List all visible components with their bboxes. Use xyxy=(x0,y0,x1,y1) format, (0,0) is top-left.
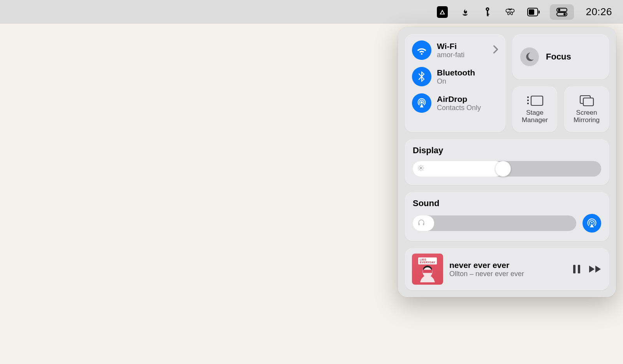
moon-icon xyxy=(520,47,539,66)
wifi-status: amor-fati xyxy=(437,51,465,59)
stage-manager-icon xyxy=(526,94,544,107)
svg-rect-12 xyxy=(527,103,529,104)
airdrop-title: AirDrop xyxy=(437,94,481,104)
connectivity-tile: Wi-Fi amor-fati Bluetooth On xyxy=(405,34,505,132)
chevron-right-icon xyxy=(493,45,498,55)
bluetooth-icon xyxy=(412,67,431,86)
flame-icon[interactable] xyxy=(459,7,470,18)
svg-rect-10 xyxy=(527,96,529,98)
now-playing-tile[interactable]: LIES EVERYDAY never ever ever Ollton – n… xyxy=(405,248,609,290)
focus-label: Focus xyxy=(546,52,571,62)
screen-mirroring-label-1: Screen xyxy=(576,109,597,116)
svg-rect-17 xyxy=(419,223,420,226)
screen-mirroring-label-2: Mirroring xyxy=(574,116,600,124)
control-center-toggle[interactable] xyxy=(550,4,574,20)
svg-point-8 xyxy=(563,13,566,15)
stage-manager-label-1: Stage xyxy=(526,109,543,116)
svg-rect-13 xyxy=(531,96,543,105)
svg-rect-21 xyxy=(573,265,575,273)
sound-slider[interactable] xyxy=(413,215,576,231)
screen-mirroring-icon xyxy=(579,94,594,107)
butterfly-icon[interactable] xyxy=(505,7,516,18)
svg-point-19 xyxy=(591,222,593,224)
svg-rect-15 xyxy=(583,98,593,106)
stage-manager-label-2: Manager xyxy=(522,116,548,124)
next-track-button[interactable] xyxy=(589,265,602,273)
menu-bar-clock[interactable]: 20:26 xyxy=(586,6,612,18)
svg-point-6 xyxy=(558,9,560,11)
brightness-icon xyxy=(417,164,424,173)
svg-rect-4 xyxy=(487,15,489,16)
wifi-title: Wi-Fi xyxy=(437,42,465,51)
headphones-icon xyxy=(417,219,425,228)
sound-label: Sound xyxy=(413,198,601,208)
wifi-row[interactable]: Wi-Fi amor-fati xyxy=(410,39,502,61)
svg-point-16 xyxy=(420,167,422,169)
svg-rect-22 xyxy=(578,265,580,273)
svg-rect-20 xyxy=(423,270,432,273)
focus-tile[interactable]: Focus xyxy=(512,34,609,79)
battery-icon[interactable] xyxy=(527,7,538,18)
stage-manager-tile[interactable]: Stage Manager xyxy=(512,86,557,132)
album-art: LIES EVERYDAY xyxy=(412,254,443,285)
svg-rect-18 xyxy=(423,223,424,226)
control-center-panel: Wi-Fi amor-fati Bluetooth On xyxy=(398,27,616,297)
wifi-icon xyxy=(412,40,431,60)
pause-button[interactable] xyxy=(572,264,581,274)
svg-point-1 xyxy=(487,8,489,10)
media-subtitle: Ollton – never ever ever xyxy=(449,270,566,278)
bluetooth-status: On xyxy=(437,77,475,86)
display-tile: Display xyxy=(405,139,609,185)
airdrop-icon xyxy=(412,93,431,113)
airplay-audio-button[interactable] xyxy=(583,214,601,233)
display-slider[interactable] xyxy=(413,161,601,177)
media-title: never ever ever xyxy=(449,260,566,270)
svg-rect-3 xyxy=(487,14,489,14)
sound-tile: Sound xyxy=(405,192,609,241)
app-triangle-icon[interactable] xyxy=(437,7,448,18)
key-icon[interactable] xyxy=(482,7,493,18)
bluetooth-row[interactable]: Bluetooth On xyxy=(410,65,502,88)
airdrop-row[interactable]: AirDrop Contacts Only xyxy=(410,92,502,114)
svg-rect-11 xyxy=(527,100,529,101)
screen-mirroring-tile[interactable]: Screen Mirroring xyxy=(564,86,609,132)
bluetooth-title: Bluetooth xyxy=(437,68,475,77)
menu-bar: 20:26 xyxy=(0,0,623,24)
airdrop-status: Contacts Only xyxy=(437,104,481,112)
display-label: Display xyxy=(413,145,601,156)
album-art-tag: LIES EVERYDAY xyxy=(418,257,437,264)
svg-point-9 xyxy=(421,101,423,103)
